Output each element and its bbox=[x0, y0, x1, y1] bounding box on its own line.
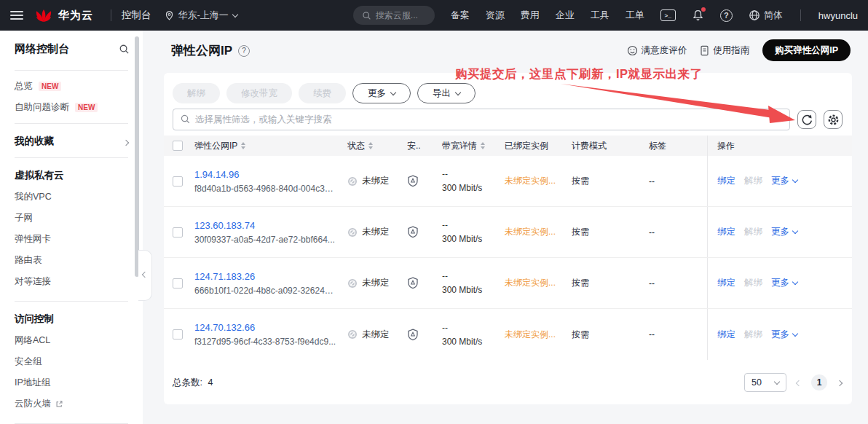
sidebar-item-label: 对等连接 bbox=[15, 275, 51, 288]
eip-address-link[interactable]: 124.70.132.66 bbox=[194, 322, 347, 333]
bind-action[interactable]: 绑定 bbox=[717, 226, 735, 238]
filter-input[interactable] bbox=[173, 109, 790, 130]
guide-link[interactable]: 使用指南 bbox=[700, 44, 749, 57]
unbind-action[interactable]: 解绑 bbox=[744, 329, 762, 341]
page-number[interactable]: 1 bbox=[811, 374, 827, 390]
menu-ticket[interactable]: 工单 bbox=[626, 9, 644, 22]
unbind-button[interactable]: 解绑 bbox=[173, 83, 220, 103]
account-menu[interactable]: hwyunclu bbox=[818, 10, 858, 21]
help-button[interactable]: ? bbox=[720, 9, 733, 22]
eip-address-link[interactable]: 1.94.14.96 bbox=[194, 169, 347, 180]
eip-id: 30f09337-a0a5-42d7-ae72-bbf664... bbox=[194, 235, 336, 245]
hamburger-menu-icon[interactable] bbox=[10, 11, 23, 20]
unbind-action[interactable]: 解绑 bbox=[744, 277, 762, 289]
globe-icon bbox=[749, 9, 760, 21]
sidebar-scrollbar[interactable] bbox=[135, 36, 139, 277]
table-settings-button[interactable] bbox=[824, 110, 843, 129]
language-switcher[interactable]: 简体 bbox=[749, 9, 783, 22]
sidebar-item-favorites[interactable]: 我的收藏 bbox=[0, 129, 143, 152]
more-dropdown-button[interactable]: 更多 bbox=[352, 83, 411, 103]
next-page-button[interactable] bbox=[837, 377, 842, 388]
sidebar-item-label: 弹性网卡 bbox=[15, 233, 51, 246]
bandwidth-name: -- bbox=[442, 220, 505, 230]
column-header-tag: 标签 bbox=[649, 140, 666, 152]
notifications-button[interactable] bbox=[692, 9, 704, 22]
sidebar-section-access-control[interactable]: 访问控制 bbox=[0, 307, 143, 330]
huawei-logo[interactable]: 华为云 bbox=[35, 9, 93, 23]
eip-address-link[interactable]: 123.60.183.74 bbox=[194, 220, 347, 231]
refresh-button[interactable] bbox=[797, 110, 816, 129]
menu-billing[interactable]: 费用 bbox=[521, 9, 540, 22]
topbar: 华为云 控制台 华东-上海一 搜索云服... 备案 资源 费用 企业 工具 工单… bbox=[0, 0, 868, 31]
sidebar-section-vpc[interactable]: 虚拟私有云 bbox=[0, 163, 143, 187]
topbar-search[interactable]: 搜索云服... bbox=[353, 6, 435, 25]
more-actions[interactable]: 更多 bbox=[771, 175, 797, 187]
console-link[interactable]: 控制台 bbox=[122, 9, 151, 22]
security-shield-icon[interactable] bbox=[407, 277, 419, 289]
select-all-checkbox[interactable] bbox=[173, 141, 183, 151]
sidebar-item-label: 网络ACL bbox=[15, 334, 50, 347]
sidebar-item-label: 我的VPC bbox=[15, 191, 52, 203]
page-help-icon[interactable]: ? bbox=[238, 45, 250, 57]
more-actions[interactable]: 更多 bbox=[771, 226, 797, 238]
unbind-action[interactable]: 解绑 bbox=[744, 226, 762, 238]
sidebar-item-subnet[interactable]: 子网 bbox=[0, 208, 143, 229]
security-shield-icon[interactable] bbox=[407, 226, 419, 238]
sidebar-search-button[interactable] bbox=[119, 44, 130, 55]
unbind-action[interactable]: 解绑 bbox=[744, 175, 762, 187]
sidebar-item-ip-group[interactable]: IP地址组 bbox=[0, 372, 143, 393]
topbar-search-placeholder: 搜索云服... bbox=[376, 9, 418, 22]
menu-resources[interactable]: 资源 bbox=[486, 9, 505, 22]
menu-beian[interactable]: 备案 bbox=[451, 9, 470, 22]
sidebar-collapse-handle[interactable] bbox=[138, 250, 152, 301]
bind-action[interactable]: 绑定 bbox=[717, 277, 735, 289]
sidebar-item-route-table[interactable]: 路由表 bbox=[0, 250, 143, 271]
row-checkbox[interactable] bbox=[173, 227, 183, 237]
sidebar-item-network-acl[interactable]: 网络ACL bbox=[0, 330, 143, 351]
more-actions[interactable]: 更多 bbox=[771, 329, 797, 341]
chevron-down-icon bbox=[792, 330, 798, 336]
bind-action[interactable]: 绑定 bbox=[717, 329, 735, 341]
sidebar-item-security-group[interactable]: 安全组 bbox=[0, 351, 143, 372]
chevron-right-icon bbox=[124, 136, 128, 147]
column-header-eip: 弹性公网IP bbox=[194, 140, 237, 152]
sidebar-item-my-vpc[interactable]: 我的VPC bbox=[0, 187, 143, 208]
satisfaction-link[interactable]: 满意度评价 bbox=[627, 44, 687, 57]
sidebar-item-eni[interactable]: 弹性网卡 bbox=[0, 229, 143, 250]
sort-icon[interactable] bbox=[368, 142, 373, 149]
sidebar-item-overview[interactable]: 总览 NEW bbox=[0, 76, 143, 97]
row-checkbox[interactable] bbox=[173, 329, 183, 339]
renew-button[interactable]: 续费 bbox=[299, 83, 346, 103]
security-shield-icon[interactable] bbox=[407, 329, 419, 341]
sidebar-item-diagnosis[interactable]: 自助问题诊断 NEW bbox=[0, 97, 143, 118]
brand-name[interactable]: 华为云 bbox=[58, 9, 93, 23]
region-name: 华东-上海一 bbox=[178, 9, 229, 22]
modify-bandwidth-button[interactable]: 修改带宽 bbox=[226, 83, 292, 103]
security-shield-icon[interactable] bbox=[407, 175, 419, 187]
billing-mode: 按需 bbox=[572, 329, 589, 339]
sort-icon[interactable] bbox=[241, 142, 245, 149]
row-checkbox[interactable] bbox=[173, 176, 183, 187]
prev-page-button[interactable] bbox=[797, 377, 801, 388]
sidebar-item-label: 自助问题诊断 bbox=[15, 101, 69, 114]
menu-tools[interactable]: 工具 bbox=[591, 9, 609, 22]
tag-value: -- bbox=[649, 278, 655, 288]
sort-icon[interactable] bbox=[481, 142, 485, 149]
sidebar-item-peering[interactable]: 对等连接 bbox=[0, 271, 143, 292]
chevron-down-icon bbox=[792, 177, 798, 183]
bind-action[interactable]: 绑定 bbox=[717, 175, 735, 187]
page-size-select[interactable]: 50 bbox=[744, 373, 786, 392]
eip-id: 666b10f1-022d-4b8c-a092-326240... bbox=[194, 286, 336, 296]
region-selector[interactable]: 华东-上海一 bbox=[165, 9, 237, 22]
divider bbox=[15, 70, 128, 71]
column-header-security: 安.. bbox=[407, 140, 421, 152]
menu-enterprise[interactable]: 企业 bbox=[556, 9, 575, 22]
more-actions[interactable]: 更多 bbox=[771, 277, 797, 289]
sidebar-item-cloud-firewall[interactable]: 云防火墙 bbox=[0, 393, 143, 415]
buy-eip-button[interactable]: 购买弹性公网IP bbox=[762, 39, 851, 61]
row-checkbox[interactable] bbox=[173, 278, 183, 288]
export-dropdown-button[interactable]: 导出 bbox=[417, 83, 476, 103]
sidebar-item-label: IP地址组 bbox=[15, 377, 50, 389]
eip-address-link[interactable]: 124.71.183.26 bbox=[194, 271, 347, 282]
cloud-shell-button[interactable]: >_ bbox=[660, 9, 676, 21]
